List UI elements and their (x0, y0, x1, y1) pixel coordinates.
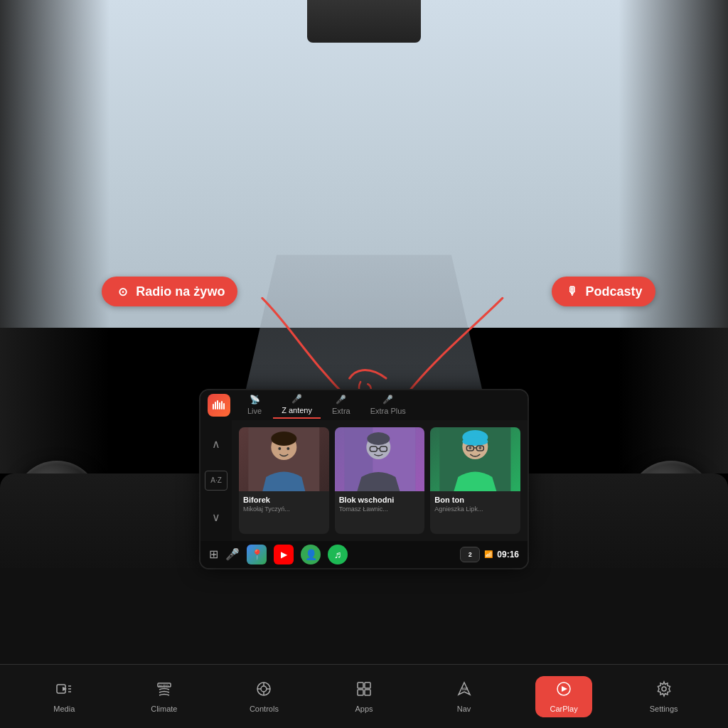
tab-z-anteny-label: Z anteny (282, 406, 312, 414)
show-card-biforek[interactable]: Biforek Mikołaj Tyczyń... (239, 427, 329, 534)
svg-rect-2 (217, 400, 218, 410)
extra-icon: 🎤 (336, 395, 346, 405)
infotainment-screen: 📡 Live 🎤 Z anteny 🎤 Extra 🎤 Extra Plus ∧ (200, 390, 528, 568)
extra-plus-icon: 🎤 (382, 395, 393, 405)
bon-ton-title: Bon ton (434, 496, 516, 504)
svg-rect-43 (365, 690, 370, 695)
svg-rect-3 (219, 402, 220, 410)
contacts-icon[interactable]: 👤 (301, 545, 321, 564)
scroll-up-button[interactable]: ∧ (205, 434, 228, 454)
svg-point-9 (278, 447, 281, 450)
bon-ton-photo (430, 427, 520, 491)
tab-live[interactable]: 📡 Live (239, 392, 270, 418)
az-sort-button[interactable]: A·Z (205, 471, 228, 491)
grid-icon[interactable]: ⊞ (209, 547, 218, 561)
biforek-subtitle: Mikołaj Tyczyń... (243, 505, 325, 513)
annotation-radio: ⊙ Radio na żywo (102, 277, 237, 306)
settings-label: Settings (650, 705, 678, 713)
blok-wschodni-subtitle: Tomasz Ławnic... (339, 505, 421, 513)
media-icon (55, 680, 73, 702)
tab-extra-plus[interactable]: 🎤 Extra Plus (362, 392, 414, 418)
controls-label: Controls (250, 705, 279, 713)
status-bar-right: 2 📶 09:16 (460, 547, 519, 562)
google-maps-icon[interactable]: 📍 (247, 545, 267, 564)
signal-icon: 📶 (484, 550, 493, 558)
blok-wschodni-info: Blok wschodni Tomasz Ławnic... (335, 491, 425, 517)
svg-point-48 (662, 687, 666, 691)
tab-extra-plus-label: Extra Plus (370, 407, 406, 415)
climate-label: Climate (151, 705, 177, 713)
blok-wschodni-title: Blok wschodni (339, 496, 421, 504)
windshield-right-pillar (619, 0, 728, 473)
annotation-podcast-label: Podcasty (586, 284, 643, 299)
svg-marker-47 (562, 686, 567, 692)
live-icon: 📡 (250, 395, 260, 405)
bon-ton-info: Bon ton Agnieszka Lipk... (430, 491, 520, 517)
nav-icon: NW (456, 680, 473, 702)
podcast-icon: 🎙 (564, 284, 580, 299)
svg-rect-0 (213, 404, 214, 410)
car-scene: ⊙ Radio na żywo 🎙 Podcasty (0, 0, 728, 728)
biforek-title: Biforek (243, 496, 325, 504)
svg-point-26 (479, 446, 482, 449)
navbar-media[interactable]: Media (36, 676, 92, 717)
tab-extra[interactable]: 🎤 Extra (323, 392, 359, 418)
apps-icon (355, 680, 373, 702)
svg-marker-28 (63, 687, 67, 691)
controls-icon (255, 680, 272, 702)
svg-rect-1 (215, 402, 216, 410)
spotify-icon[interactable]: ♬ (328, 545, 348, 564)
svg-rect-42 (358, 690, 363, 695)
navbar-carplay[interactable]: CarPlay (535, 676, 592, 717)
media-label: Media (53, 705, 75, 713)
climate-icon: AUTO (156, 680, 173, 702)
blok-wschodni-photo (335, 427, 425, 491)
carplay-navbar: Media AUTO Climate (0, 664, 728, 728)
rearview-mirror (307, 0, 421, 43)
tab-live-label: Live (247, 407, 262, 415)
annotation-podcast: 🎙 Podcasty (552, 277, 655, 306)
svg-rect-40 (358, 682, 363, 688)
settings-icon (655, 680, 673, 702)
show-card-blok-wschodni[interactable]: Blok wschodni Tomasz Ławnic... (335, 427, 425, 534)
svg-text:NW: NW (462, 687, 469, 691)
svg-rect-5 (223, 403, 225, 410)
nav-label: Nav (457, 705, 471, 713)
svg-point-8 (271, 432, 296, 446)
apps-label: Apps (355, 705, 373, 713)
tab-extra-label: Extra (332, 407, 350, 415)
svg-point-25 (469, 446, 472, 449)
clock-time: 09:16 (497, 550, 519, 560)
svg-point-35 (261, 686, 267, 692)
carplay-icon (555, 680, 572, 702)
notification-badge: 2 (460, 547, 480, 562)
navbar-settings[interactable]: Settings (636, 676, 692, 717)
navbar-controls[interactable]: Controls (235, 676, 292, 717)
play-circle-icon: ⊙ (114, 284, 130, 299)
infotainment-content: ∧ A·Z ∨ (200, 420, 528, 541)
youtube-music-icon[interactable]: ▶ (274, 545, 294, 564)
mic-button[interactable]: 🎤 (225, 547, 240, 561)
svg-point-10 (287, 447, 289, 450)
show-cards-area: Biforek Mikołaj Tyczyń... (232, 420, 528, 541)
scroll-down-button[interactable]: ∨ (205, 507, 228, 527)
show-card-bon-ton[interactable]: Bon ton Agnieszka Lipk... (430, 427, 520, 534)
tab-z-anteny[interactable]: 🎤 Z anteny (273, 391, 321, 419)
annotation-radio-label: Radio na żywo (136, 284, 225, 299)
biforek-info: Biforek Mikołaj Tyczyń... (239, 491, 329, 517)
navbar-apps[interactable]: Apps (336, 676, 392, 717)
mic-icon: 🎤 (291, 394, 302, 404)
navbar-nav[interactable]: NW Nav (436, 676, 493, 717)
svg-point-14 (367, 432, 390, 445)
side-controls: ∧ A·Z ∨ (200, 420, 232, 541)
radio-app-logo[interactable] (208, 394, 230, 417)
biforek-photo (239, 427, 329, 491)
svg-rect-41 (365, 682, 370, 688)
bon-ton-subtitle: Agnieszka Lipk... (434, 505, 516, 513)
carplay-label: CarPlay (550, 705, 578, 713)
windshield-left-pillar (0, 0, 109, 473)
navbar-climate[interactable]: AUTO Climate (136, 676, 193, 717)
svg-point-21 (463, 437, 488, 446)
svg-text:AUTO: AUTO (159, 683, 168, 687)
svg-rect-4 (221, 401, 223, 410)
